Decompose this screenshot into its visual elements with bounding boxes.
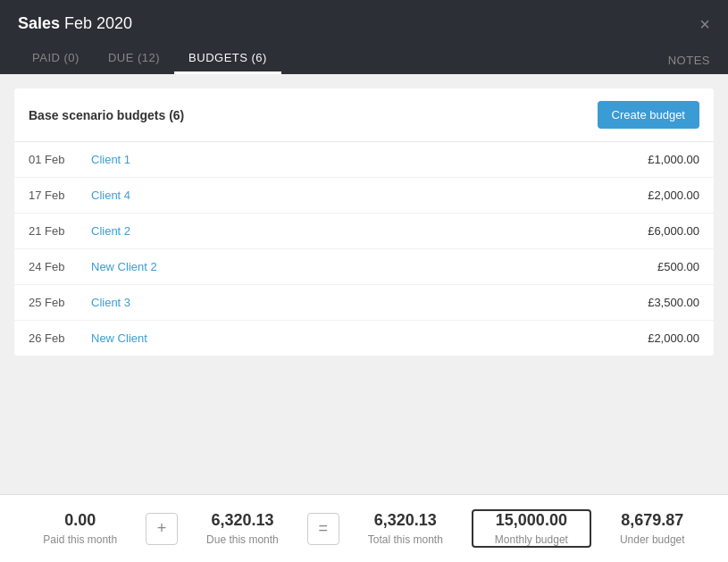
total-label: Total this month (368, 533, 443, 546)
budget-row: 26 Feb New Client £2,000.00 (14, 321, 714, 356)
budget-label: Monthly budget (495, 533, 568, 546)
main-content: Base scenario budgets (6) Create budget … (0, 74, 728, 494)
budget-date: 24 Feb (29, 260, 91, 273)
tabs-row: PAID (0) DUE (12) BUDGETS (6) NOTES (18, 44, 710, 74)
footer-due: 6,320.13 Due this month (185, 511, 300, 546)
modal-header: Sales Feb 2020 × PAID (0) DUE (12) BUDGE… (0, 0, 728, 74)
modal-container: Sales Feb 2020 × PAID (0) DUE (12) BUDGE… (0, 0, 728, 562)
budgets-card: Base scenario budgets (6) Create budget … (14, 88, 714, 356)
modal-title: Sales Feb 2020 (18, 14, 132, 33)
plus-icon: + (146, 513, 178, 545)
under-label: Under budget (620, 533, 685, 546)
budget-amount: £2,000.00 (619, 189, 699, 202)
budget-row: 17 Feb Client 4 £2,000.00 (14, 178, 714, 214)
tab-paid[interactable]: PAID (0) (18, 44, 94, 74)
footer-under: 8,679.87 Under budget (598, 511, 707, 546)
budget-client[interactable]: Client 2 (91, 224, 619, 238)
footer-total: 6,320.13 Total this month (347, 511, 464, 546)
card-title: Base scenario budgets (6) (29, 108, 184, 122)
total-value: 6,320.13 (368, 511, 443, 530)
title-bold: Sales (18, 14, 60, 32)
budget-list: 01 Feb Client 1 £1,000.00 17 Feb Client … (14, 142, 714, 356)
tab-due[interactable]: DUE (12) (94, 44, 174, 74)
under-value: 8,679.87 (620, 511, 685, 530)
budget-client[interactable]: Client 1 (91, 153, 619, 166)
footer-paid: 0.00 Paid this month (21, 511, 138, 546)
budget-client[interactable]: New Client (91, 331, 619, 345)
budget-amount: £2,000.00 (619, 331, 699, 345)
budget-date: 26 Feb (29, 331, 91, 345)
budget-amount: £1,000.00 (619, 153, 699, 166)
budget-amount: £500.00 (619, 260, 699, 273)
due-value: 6,320.13 (206, 511, 279, 530)
budget-row: 24 Feb New Client 2 £500.00 (14, 249, 714, 285)
budget-amount: £6,000.00 (619, 224, 699, 238)
title-normal: Feb 2020 (60, 14, 132, 32)
footer: 0.00 Paid this month + 6,320.13 Due this… (0, 494, 728, 562)
budget-client[interactable]: New Client 2 (91, 260, 619, 273)
create-budget-button[interactable]: Create budget (598, 101, 699, 129)
tab-notes[interactable]: NOTES (668, 46, 710, 74)
budget-row: 01 Feb Client 1 £1,000.00 (14, 142, 714, 178)
paid-label: Paid this month (43, 533, 117, 546)
equals-icon: = (307, 513, 339, 545)
paid-value: 0.00 (43, 511, 117, 530)
budget-date: 21 Feb (29, 224, 91, 238)
budget-row: 25 Feb Client 3 £3,500.00 (14, 285, 714, 321)
budget-row: 21 Feb Client 2 £6,000.00 (14, 214, 714, 249)
budget-client[interactable]: Client 4 (91, 189, 619, 202)
footer-budget: 15,000.00 Monthly budget (472, 509, 591, 548)
budget-amount: £3,500.00 (619, 296, 699, 309)
due-label: Due this month (206, 533, 279, 546)
budget-date: 01 Feb (29, 153, 91, 166)
budget-client[interactable]: Client 3 (91, 296, 619, 309)
card-header: Base scenario budgets (6) Create budget (14, 88, 714, 142)
budget-value: 15,000.00 (495, 511, 568, 530)
budget-date: 25 Feb (29, 296, 91, 309)
tab-budgets[interactable]: BUDGETS (6) (174, 44, 281, 74)
close-button[interactable]: × (699, 15, 710, 33)
budget-date: 17 Feb (29, 189, 91, 202)
